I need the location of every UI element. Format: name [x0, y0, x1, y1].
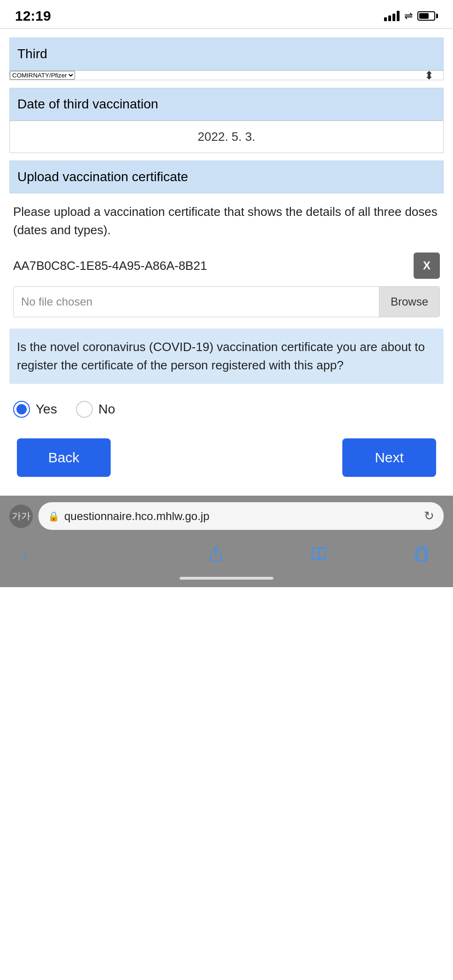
browser-url-text: questionnaire.hco.mhlw.go.jp [64, 510, 210, 523]
vaccine-select-container[interactable]: COMIRNATY/Pfizer Moderna AstraZeneca Jan… [9, 70, 444, 80]
status-time: 12:19 [15, 8, 51, 24]
remove-file-button[interactable]: X [414, 253, 440, 279]
radio-yes-inner [16, 404, 27, 414]
next-button[interactable]: Next [342, 438, 436, 477]
file-input-wrapper: No file chosen Browse [13, 286, 440, 317]
radio-yes-label: Yes [36, 402, 57, 417]
signal-bars-icon [384, 11, 400, 21]
browser-url-bar[interactable]: 🔒 questionnaire.hco.mhlw.go.jp ↻ [38, 502, 444, 530]
browser-bar: 가가 🔒 questionnaire.hco.mhlw.go.jp ↻ [0, 496, 453, 536]
scroll-indicator [0, 28, 453, 30]
bottom-nav: ‹ › [0, 536, 453, 573]
lock-icon: 🔒 [48, 511, 60, 522]
back-button[interactable]: Back [17, 438, 111, 477]
status-bar: 12:19 ⇌ [0, 0, 453, 28]
no-file-label: No file chosen [14, 287, 379, 317]
forward-nav-button[interactable]: › [111, 544, 124, 568]
reload-icon[interactable]: ↻ [424, 509, 434, 523]
home-indicator [180, 577, 273, 580]
status-icons: ⇌ [384, 10, 438, 22]
radio-yes-circle[interactable] [13, 401, 30, 418]
radio-group: Yes No [9, 393, 444, 429]
file-id-text: AA7B0C8C-1E85-4A95-A86A-8B21 [13, 259, 406, 273]
covid-question-box: Is the novel coronavirus (COVID-19) vacc… [9, 329, 444, 384]
browse-button[interactable]: Browse [379, 287, 439, 317]
radio-no[interactable]: No [76, 401, 115, 418]
tabs-nav-button[interactable] [411, 542, 434, 569]
aa-text: 가가 [12, 510, 30, 522]
browser-left-icon: 가가 [9, 505, 33, 528]
wifi-icon: ⇌ [404, 10, 413, 22]
main-content: Third COMIRNATY/Pfizer Moderna AstraZene… [0, 38, 453, 496]
upload-label: Upload vaccination certificate [9, 161, 444, 193]
date-label: Date of third vaccination [9, 88, 444, 121]
upload-description: Please upload a vaccination certificate … [9, 193, 444, 249]
radio-yes[interactable]: Yes [13, 401, 57, 418]
radio-no-circle[interactable] [76, 401, 93, 418]
action-buttons: Back Next [9, 429, 444, 496]
back-nav-button[interactable]: ‹ [19, 544, 31, 568]
radio-no-label: No [98, 402, 115, 417]
third-label: Third [9, 38, 444, 70]
bookmarks-nav-button[interactable] [307, 542, 331, 569]
date-input[interactable]: 2022. 5. 3. [9, 121, 444, 153]
battery-icon [417, 11, 438, 21]
vaccine-select[interactable]: COMIRNATY/Pfizer Moderna AstraZeneca Jan… [10, 71, 75, 80]
share-nav-button[interactable] [204, 542, 227, 569]
file-id-row: AA7B0C8C-1E85-4A95-A86A-8B21 X [9, 249, 444, 286]
home-bar [0, 573, 453, 587]
